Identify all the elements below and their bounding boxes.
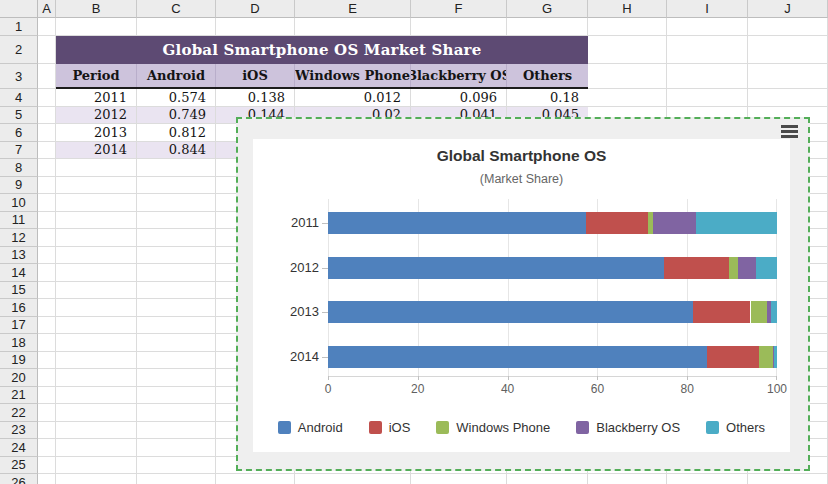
row-header-19[interactable]: 19 (0, 352, 38, 370)
row-header-24[interactable]: 24 (0, 439, 38, 457)
row-header-26[interactable]: 26 (0, 474, 38, 484)
x-tick-label: 80 (681, 382, 694, 396)
legend-label: iOS (389, 420, 411, 435)
cell[interactable]: 0.574 (137, 89, 216, 106)
axis-tick (322, 268, 328, 269)
table-header-period[interactable]: Period (56, 64, 137, 87)
row-header-20[interactable]: 20 (0, 369, 38, 387)
bar-segment-blackberry-os[interactable] (653, 212, 696, 234)
legend-item-blackberry-os[interactable]: Blackberry OS (576, 420, 680, 435)
cell[interactable]: 0.749 (137, 107, 216, 124)
column-header-C[interactable]: C (137, 0, 216, 18)
column-header-F[interactable]: F (411, 0, 507, 18)
row-header-3[interactable]: 3 (0, 64, 38, 89)
row-header-13[interactable]: 13 (0, 247, 38, 265)
row-header-8[interactable]: 8 (0, 159, 38, 177)
bar-segment-ios[interactable] (693, 301, 751, 323)
row-header-10[interactable]: 10 (0, 194, 38, 212)
table-header-others[interactable]: Others (507, 64, 588, 87)
row-header-11[interactable]: 11 (0, 212, 38, 230)
cell[interactable]: 0.812 (137, 124, 216, 141)
chart-panel: Global Smartphone OS (Market Share) 2011… (253, 139, 790, 452)
bar-segment-ios[interactable] (664, 257, 729, 279)
row-header-17[interactable]: 17 (0, 317, 38, 335)
bar-segment-android[interactable] (328, 257, 664, 279)
table-row: 20110.5740.1380.0120.0960.18 (56, 89, 588, 107)
row-header-6[interactable]: 6 (0, 124, 38, 142)
bar-segment-windows-phone[interactable] (751, 301, 767, 323)
row-header-14[interactable]: 14 (0, 264, 38, 282)
row-header-21[interactable]: 21 (0, 387, 38, 405)
axis-tick (776, 376, 777, 380)
category-label: 2012 (269, 260, 319, 276)
row-header-22[interactable]: 22 (0, 404, 38, 422)
bar-row-2011 (328, 212, 777, 234)
column-header-B[interactable]: B (56, 0, 137, 18)
table-header-row: PeriodAndroidiOSWindows PhoneBlackberry … (56, 64, 588, 89)
bar-segment-android[interactable] (328, 301, 693, 323)
legend-marker (278, 421, 291, 434)
column-header-E[interactable]: E (295, 0, 411, 18)
column-header-A[interactable]: A (38, 0, 56, 18)
row-header-12[interactable]: 12 (0, 229, 38, 247)
axis-tick (322, 223, 328, 224)
x-tick-label: 60 (591, 382, 604, 396)
bar-row-2012 (328, 257, 777, 279)
row-header-1[interactable]: 1 (0, 18, 38, 36)
legend-marker (436, 421, 449, 434)
chart-context-menu-icon[interactable] (781, 125, 798, 138)
table-header-ios[interactable]: iOS (216, 64, 295, 87)
bar-segment-others[interactable] (756, 257, 776, 279)
cell[interactable]: 2011 (56, 89, 137, 106)
legend-marker (706, 421, 719, 434)
row-header-18[interactable]: 18 (0, 334, 38, 352)
legend-item-others[interactable]: Others (706, 420, 765, 435)
bar-segment-ios[interactable] (586, 212, 648, 234)
row-header-4[interactable]: 4 (0, 89, 38, 107)
legend-label: Others (726, 420, 765, 435)
cell[interactable]: 0.012 (295, 89, 411, 106)
column-header-I[interactable]: I (667, 0, 748, 18)
cell[interactable]: 0.138 (216, 89, 295, 106)
row-header-25[interactable]: 25 (0, 457, 38, 475)
cell[interactable]: 0.844 (137, 142, 216, 159)
bar-segment-android[interactable] (328, 212, 586, 234)
cell[interactable]: 2012 (56, 107, 137, 124)
row-header-9[interactable]: 9 (0, 177, 38, 195)
cell[interactable]: 0.096 (411, 89, 507, 106)
bar-segment-others[interactable] (774, 346, 777, 368)
row-header-23[interactable]: 23 (0, 422, 38, 440)
column-header-D[interactable]: D (216, 0, 295, 18)
select-all-corner[interactable] (0, 0, 38, 18)
legend-item-android[interactable]: Android (278, 420, 343, 435)
bar-segment-ios[interactable] (707, 346, 760, 368)
cell[interactable]: 2013 (56, 124, 137, 141)
cell[interactable]: 2014 (56, 142, 137, 159)
category-label: 2011 (269, 215, 319, 231)
chart-object[interactable]: Global Smartphone OS (Market Share) 2011… (236, 117, 810, 471)
row-header-2[interactable]: 2 (0, 36, 38, 64)
bar-segment-others[interactable] (696, 212, 777, 234)
table-title[interactable]: Global Smartphone OS Market Share (56, 36, 588, 64)
column-header-J[interactable]: J (748, 0, 828, 18)
row-header-16[interactable]: 16 (0, 299, 38, 317)
column-header-G[interactable]: G (507, 0, 588, 18)
table-header-android[interactable]: Android (137, 64, 216, 87)
bar-segment-android[interactable] (328, 346, 707, 368)
legend-item-ios[interactable]: iOS (369, 420, 411, 435)
legend-marker (369, 421, 382, 434)
row-header-5[interactable]: 5 (0, 107, 38, 125)
legend-item-windows-phone[interactable]: Windows Phone (436, 420, 550, 435)
bar-segment-others[interactable] (771, 301, 777, 323)
row-header-7[interactable]: 7 (0, 142, 38, 160)
bar-segment-blackberry-os[interactable] (738, 257, 756, 279)
category-label: 2013 (269, 304, 319, 320)
table-header-blackberry-os[interactable]: Blackberry OS (411, 64, 507, 87)
column-header-H[interactable]: H (588, 0, 667, 18)
legend: AndroidiOSWindows PhoneBlackberry OSOthe… (253, 420, 790, 435)
table-header-windows-phone[interactable]: Windows Phone (295, 64, 411, 87)
bar-segment-windows-phone[interactable] (759, 346, 772, 368)
cell[interactable]: 0.18 (507, 89, 588, 106)
bar-segment-windows-phone[interactable] (729, 257, 738, 279)
row-header-15[interactable]: 15 (0, 282, 38, 300)
